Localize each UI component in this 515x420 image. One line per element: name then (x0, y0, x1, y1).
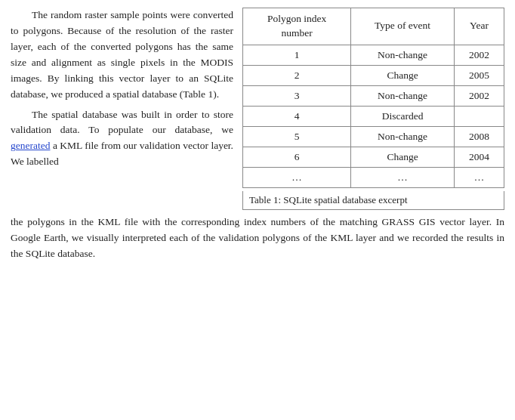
table-cell-r6-c2: Change (351, 147, 455, 167)
table-cell-r5-c3: 2008 (454, 126, 504, 147)
table-cell-r7-c2: … (351, 167, 455, 187)
table-cell-r3-c2: Non-change (351, 85, 455, 106)
paragraph-2: The spatial database was built in order … (11, 107, 233, 171)
table-header-row: Polygon indexnumber Type of event Year (243, 8, 504, 45)
table-cell-r6-c3: 2004 (454, 147, 504, 167)
table-cell-r7-c3: … (454, 167, 504, 187)
table-cell-r1-c1: 1 (243, 45, 351, 65)
table-cell-r5-c2: Non-change (351, 126, 455, 147)
table-cell-r5-c1: 5 (243, 126, 351, 147)
table-cell-r7-c1: … (243, 167, 351, 187)
generated-link[interactable]: generated (11, 140, 50, 151)
bottom-text: the polygons in the KML file with the co… (11, 215, 504, 262)
table-row: 1Non-change2002 (243, 45, 504, 65)
page-layout: The random raster sample points were con… (11, 8, 504, 262)
table-container: Polygon indexnumber Type of event Year 1… (242, 8, 504, 210)
table-row: 4Discarded (243, 106, 504, 126)
table-row: 5Non-change2008 (243, 126, 504, 147)
paragraph-2-before-link: The spatial database was built in order … (11, 109, 233, 136)
table-row: 2Change2005 (243, 65, 504, 85)
table-cell-r2-c1: 2 (243, 65, 351, 85)
table-cell-r4-c3 (454, 106, 504, 126)
table-cell-r3-c1: 3 (243, 85, 351, 106)
table-row: 3Non-change2002 (243, 85, 504, 106)
table-cell-r2-c2: Change (351, 65, 455, 85)
top-section: The random raster sample points were con… (11, 8, 504, 210)
table-cell-r4-c2: Discarded (351, 106, 455, 126)
col-header-type-of-event: Type of event (351, 8, 455, 45)
sqlite-table: Polygon indexnumber Type of event Year 1… (242, 8, 504, 188)
table-cell-r1-c3: 2002 (454, 45, 504, 65)
table-row: ……… (243, 167, 504, 187)
table-caption: Table 1: SQLite spatial database excerpt (242, 191, 504, 210)
bottom-text-span: the polygons in the KML file with the co… (11, 216, 504, 259)
left-text-column: The random raster sample points were con… (11, 8, 233, 170)
table-cell-r6-c1: 6 (243, 147, 351, 167)
col-header-polygon-index: Polygon indexnumber (243, 8, 351, 45)
bottom-paragraph: the polygons in the KML file with the co… (11, 215, 504, 262)
paragraph-1: The random raster sample points were con… (11, 8, 233, 103)
table-cell-r3-c3: 2002 (454, 85, 504, 106)
table-cell-r4-c1: 4 (243, 106, 351, 126)
table-row: 6Change2004 (243, 147, 504, 167)
table-cell-r1-c2: Non-change (351, 45, 455, 65)
col-header-year: Year (454, 8, 504, 45)
table-cell-r2-c3: 2005 (454, 65, 504, 85)
